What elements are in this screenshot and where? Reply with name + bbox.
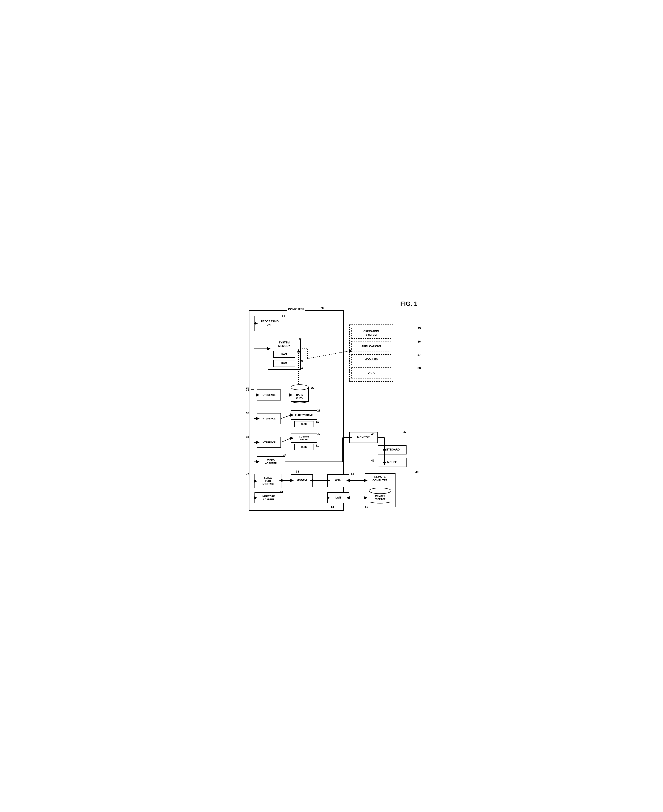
disk2-box: DISK xyxy=(294,444,314,450)
modem-box: MODEM xyxy=(291,474,313,487)
ref-serial-port: 46 xyxy=(246,473,249,476)
serial-port-box: SERIALPORTINTERFACE xyxy=(254,474,282,488)
network-adapter-box: NETWORKADAPTER xyxy=(254,492,283,504)
ref-ram: 25 xyxy=(300,360,303,363)
svg-point-5 xyxy=(369,488,391,494)
ref-system-memory: 22 xyxy=(299,338,302,341)
wan-box: WAN xyxy=(327,474,349,487)
floppy-drive-box: FLOPPY DRIVE xyxy=(291,410,317,420)
ref-disk2: 31 xyxy=(316,444,319,447)
ref-os: 35 xyxy=(417,327,420,330)
ref-modem: 54 xyxy=(296,470,299,473)
svg-point-1 xyxy=(291,385,309,390)
processing-unit-box: PROCESSINGUNIT xyxy=(254,316,285,331)
mouse-box: MOUSE xyxy=(378,458,406,467)
computer-label: COMPUTER xyxy=(287,308,305,311)
ref-data: 38 xyxy=(417,366,420,370)
ref-hard-drive: 27 xyxy=(311,386,314,389)
keyboard-box: KEYBOARD xyxy=(378,445,406,454)
ref-network-adapter: 53 xyxy=(280,490,283,494)
ref-mouse: 42 xyxy=(371,459,374,462)
system-memory-box: SYSTEMMEMORY RAM ROM xyxy=(268,339,301,370)
svg-text:DRIVE: DRIVE xyxy=(296,397,303,399)
ref-computer: 20 xyxy=(320,307,324,310)
video-adapter-box: VIDEOADAPTER xyxy=(257,456,285,467)
figure-title: FIG. 1 xyxy=(400,300,417,307)
memory-storage-cylinder: MEMORY STORAGE xyxy=(368,486,392,505)
svg-text:STORAGE: STORAGE xyxy=(375,498,386,500)
ref-interface2: 33 xyxy=(246,412,249,415)
os-group-box xyxy=(349,324,393,382)
ref-keyboard: 40 xyxy=(371,433,374,436)
ref-cdrom-drive: 30 xyxy=(317,432,320,435)
ref-lan: 51 xyxy=(331,505,334,509)
ref-apps: 36 xyxy=(417,340,420,343)
ref-monitor: 47 xyxy=(403,430,406,434)
ref-remote-computer: 49 xyxy=(416,470,419,474)
cdrom-drive-box: CD-ROMDRIVE xyxy=(291,434,317,443)
ref-processing-unit: 21 xyxy=(282,315,285,318)
ref-rom: 24 xyxy=(300,366,303,370)
lan-box: LAN xyxy=(327,492,349,504)
interface1-box: INTERFACE xyxy=(257,389,281,400)
hard-drive-cylinder: HARD DRIVE xyxy=(290,383,310,406)
diagram: FIG. 1 COMPUTER 20 PROCESSINGUNIT 21 SYS… xyxy=(241,298,422,514)
ref-disk1: 29 xyxy=(316,421,319,424)
svg-text:MEMORY: MEMORY xyxy=(375,495,385,497)
ref-modules: 37 xyxy=(417,353,420,357)
disk1-box: DISK xyxy=(294,421,314,427)
svg-text:HARD: HARD xyxy=(296,394,303,396)
ref-floppy-drive: 28 xyxy=(317,409,320,412)
interface2-box: INTERFACE xyxy=(257,413,281,424)
ref-interface3: 34 xyxy=(246,435,249,439)
ref-wan: 52 xyxy=(351,472,354,475)
ref-video-adapter: 48 xyxy=(283,454,286,457)
interface3-box: INTERFACE xyxy=(257,437,281,448)
ref-bus: 23 xyxy=(246,386,249,389)
ref-memory-storage: 50 xyxy=(365,505,368,509)
